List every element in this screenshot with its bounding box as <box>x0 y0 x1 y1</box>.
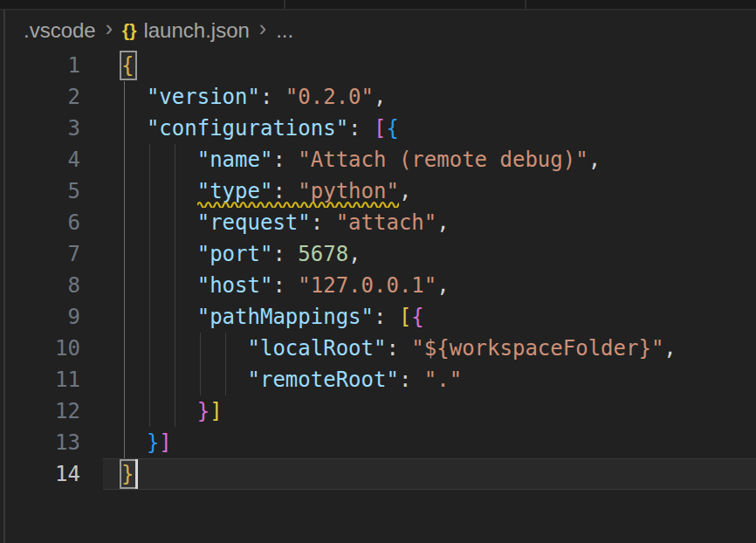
editor-left-border <box>3 10 5 543</box>
code-token: "localRoot" <box>248 336 387 361</box>
chevron-right-icon: › <box>106 16 113 41</box>
code-token: : <box>374 305 399 329</box>
line-number: 14 <box>0 458 80 490</box>
code-text: "host": "127.0.0.1", <box>121 270 450 301</box>
code-text: "remoteRoot": "." <box>121 364 462 395</box>
code-text: "pathMappings": [{ <box>121 301 424 333</box>
code-line-10[interactable]: 10 "localRoot": "${workspaceFolder}", <box>0 333 756 364</box>
code-text: "localRoot": "${workspaceFolder}", <box>121 333 677 364</box>
code-token: "." <box>424 368 462 392</box>
tab-separator <box>284 0 285 9</box>
json-file-icon: {} <box>122 20 136 41</box>
code-token: "0.2.0" <box>285 85 374 109</box>
code-text: "port": 5678, <box>121 238 361 270</box>
code-token: "Attach (remote debug)" <box>298 148 588 172</box>
breadcrumb: .vscode›{}launch.json›... <box>0 10 756 50</box>
code-token: "remoteRoot" <box>248 368 399 392</box>
code-line-14[interactable]: 14} <box>0 458 756 490</box>
code-token: "127.0.0.1" <box>298 273 436 298</box>
line-number: 7 <box>0 238 80 270</box>
code-token: : <box>272 242 298 266</box>
bracket-match-highlight <box>120 459 137 489</box>
code-text: }] <box>121 427 172 458</box>
code-token: "${workspaceFolder}" <box>411 336 663 361</box>
line-number: 4 <box>0 144 80 175</box>
code-line-6[interactable]: 6 "request": "attach", <box>0 207 756 238</box>
code-token: : <box>399 368 424 392</box>
code-token: : <box>272 148 298 172</box>
breadcrumb-item-symbols[interactable]: ... <box>276 18 293 43</box>
line-number: 12 <box>0 395 80 427</box>
line-number: 5 <box>0 175 80 207</box>
line-number: 13 <box>0 427 80 458</box>
code-token: : <box>272 273 298 298</box>
code-token: "pathMappings" <box>197 305 374 329</box>
code-line-9[interactable]: 9 "pathMappings": [{ <box>0 301 756 333</box>
bracket-match-highlight <box>120 51 137 80</box>
code-token <box>121 336 248 361</box>
breadcrumb-label: .vscode <box>24 18 96 43</box>
code-token: , <box>436 273 449 298</box>
code-line-1[interactable]: 1{ <box>0 50 756 81</box>
code-token: : <box>386 336 411 361</box>
code-token: "name" <box>197 148 273 172</box>
code-line-11[interactable]: 11 "remoteRoot": "." <box>0 364 756 395</box>
code-token <box>121 85 147 109</box>
line-number: 3 <box>0 113 80 144</box>
warning-squiggle-underline <box>197 200 399 208</box>
code-token: [ <box>374 116 386 141</box>
code-token <box>121 430 147 455</box>
code-token: "host" <box>197 273 273 298</box>
code-token: { <box>411 305 423 329</box>
code-token <box>121 179 197 203</box>
code-token: , <box>588 148 601 172</box>
code-token: "version" <box>147 85 260 109</box>
code-token: { <box>386 116 398 141</box>
code-token: , <box>399 179 411 203</box>
code-token: [ <box>399 305 411 329</box>
code-line-8[interactable]: 8 "host": "127.0.0.1", <box>0 270 756 301</box>
code-line-13[interactable]: 13 }] <box>0 427 756 458</box>
code-text: "configurations": [{ <box>121 113 399 144</box>
code-line-2[interactable]: 2 "version": "0.2.0", <box>0 81 756 113</box>
code-token: } <box>147 430 159 455</box>
code-token: : <box>311 210 336 235</box>
code-token: "configurations" <box>147 116 348 141</box>
code-line-12[interactable]: 12 }] <box>0 395 756 427</box>
code-line-4[interactable]: 4 "name": "Attach (remote debug)", <box>0 144 756 175</box>
line-number: 6 <box>0 207 80 238</box>
code-text: }] <box>121 395 223 427</box>
code-token <box>121 116 147 141</box>
code-token <box>121 210 197 235</box>
code-token: , <box>663 336 676 361</box>
text-cursor <box>135 459 138 489</box>
code-token <box>121 273 197 298</box>
tab-bar <box>0 0 756 9</box>
code-token: ] <box>159 430 171 455</box>
breadcrumb-item-launch-json[interactable]: {}launch.json <box>122 18 250 43</box>
code-token: 5678 <box>298 242 348 266</box>
editor[interactable]: 1{2 "version": "0.2.0",3 "configurations… <box>0 50 756 543</box>
code-token <box>121 242 197 266</box>
code-line-3[interactable]: 3 "configurations": [{ <box>0 113 756 144</box>
code-token: : <box>260 85 285 109</box>
code-token <box>121 399 197 423</box>
code-line-7[interactable]: 7 "port": 5678, <box>0 238 756 270</box>
line-number: 1 <box>0 50 80 81</box>
code-text: "request": "attach", <box>121 207 450 238</box>
code-text: "version": "0.2.0", <box>121 81 386 113</box>
breadcrumb-label: launch.json <box>143 18 249 43</box>
code-token: "attach" <box>336 210 437 235</box>
chevron-right-icon: › <box>259 16 266 41</box>
code-token: } <box>197 399 210 423</box>
code-token: : <box>348 116 374 141</box>
code-token: , <box>348 242 361 266</box>
code-token: , <box>436 210 449 235</box>
code-token: "request" <box>197 210 311 235</box>
line-number: 9 <box>0 301 80 333</box>
breadcrumb-item-vscode[interactable]: .vscode <box>24 18 96 43</box>
line-number: 8 <box>0 270 80 301</box>
vscode-window: { "colors": { "key": "#9CDCFE", "str": "… <box>0 0 756 543</box>
code-token <box>121 305 197 329</box>
code-token <box>121 368 248 392</box>
